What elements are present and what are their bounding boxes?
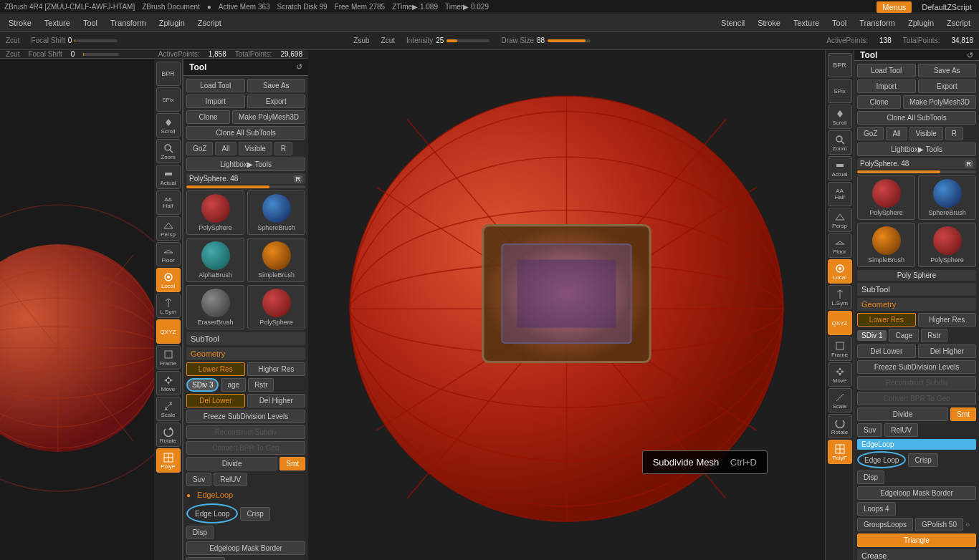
geometry-header[interactable]: Geometry xyxy=(186,347,305,360)
floor-btn[interactable]: Floor xyxy=(156,242,181,266)
disp-btn[interactable]: Disp xyxy=(186,526,214,539)
right-scale-btn[interactable]: Scale xyxy=(828,388,852,412)
right-crisp-btn[interactable]: Crisp xyxy=(908,453,937,467)
right-groups-loops-btn[interactable]: GroupsLoops xyxy=(857,518,913,531)
goz-btn[interactable]: GoZ xyxy=(186,142,213,155)
lsym-btn[interactable]: L.Sym xyxy=(156,294,181,318)
divide-btn[interactable]: Divide xyxy=(186,457,277,470)
edgeloop-mask-btn[interactable]: Edgeloop Mask Border xyxy=(186,541,305,555)
right-triangle-btn[interactable]: Triangle xyxy=(857,534,976,547)
focal-slider[interactable] xyxy=(75,39,118,42)
bpr-btn[interactable]: BPR xyxy=(156,62,181,86)
focal-shift-container[interactable]: Focal Shift 0 xyxy=(31,37,118,44)
menu-transform2[interactable]: Transform xyxy=(854,17,901,29)
local-btn[interactable]: Local xyxy=(156,268,181,292)
right-lightbox-btn[interactable]: Lightbox▶ Tools xyxy=(857,143,976,156)
right-aahalf-btn[interactable]: AA Half xyxy=(828,182,852,206)
menu-stroke2[interactable]: Stroke xyxy=(752,17,786,29)
reconstruct-btn[interactable]: Reconstruct Subdiv xyxy=(186,425,305,439)
tool-refresh-icon[interactable]: ↺ xyxy=(296,62,302,72)
right-bpr-btn[interactable]: BPR xyxy=(828,53,852,77)
clone-all-btn[interactable]: Clone All SubTools xyxy=(186,126,305,140)
sdiv-label[interactable]: SDiv 3 xyxy=(186,378,219,392)
right-lower-res-btn[interactable]: Lower Res xyxy=(857,313,916,327)
menu-stencil[interactable]: Stencil xyxy=(715,17,750,29)
tool-alphabrush[interactable]: AlphaBrush xyxy=(186,238,244,282)
right-r-btn[interactable]: R xyxy=(945,127,963,140)
right-polyf-btn[interactable]: PolyF xyxy=(828,440,852,464)
menu-texture2[interactable]: Texture xyxy=(788,17,825,29)
del-higher-btn[interactable]: Del Higher xyxy=(247,394,306,407)
menu-tool[interactable]: Tool xyxy=(77,17,103,29)
draw-size-container[interactable]: Draw Size 88 xyxy=(501,37,591,44)
right-convert-btn[interactable]: Convert BPR To Geo xyxy=(857,392,976,405)
draw-slider[interactable] xyxy=(548,39,591,42)
right-actual-btn[interactable]: Actual xyxy=(828,156,852,180)
main-canvas[interactable]: Subdivide Mesh Ctrl+D xyxy=(308,50,825,560)
right-spix-btn[interactable]: SPix xyxy=(828,79,852,103)
right-visible-btn[interactable]: Visible xyxy=(909,127,943,140)
right-load-tool-btn[interactable]: Load Tool xyxy=(857,64,916,77)
right-del-higher-btn[interactable]: Del Higher xyxy=(918,344,977,358)
menu-tool2[interactable]: Tool xyxy=(826,17,852,29)
reluv-btn[interactable]: RelUV xyxy=(214,473,247,486)
tool-eraserbrush[interactable]: EraserBrush xyxy=(186,285,244,329)
frame-btn[interactable]: Frame xyxy=(156,345,181,370)
all-btn[interactable]: All xyxy=(215,142,236,155)
default-script[interactable]: DefaultZScript xyxy=(919,3,975,11)
right-higher-res-btn[interactable]: Higher Res xyxy=(918,313,977,327)
freeze-btn[interactable]: Freeze SubDivision Levels xyxy=(186,410,305,423)
subtool-header[interactable]: SubTool xyxy=(186,332,305,345)
right-qxyz-btn[interactable]: QXYZ xyxy=(828,311,852,335)
menu-transform[interactable]: Transform xyxy=(105,17,152,29)
zoom-btn[interactable]: Zoom xyxy=(156,139,181,163)
intensity-container[interactable]: Intensity 25 xyxy=(406,37,490,44)
del-lower-btn[interactable]: Del Lower xyxy=(186,394,245,407)
right-clone-all-btn[interactable]: Clone All SubTools xyxy=(857,111,976,125)
lightbox-btn[interactable]: Lightbox▶ Tools xyxy=(186,158,305,171)
right-export-btn[interactable]: Export xyxy=(918,79,977,93)
lower-res-btn[interactable]: Lower Res xyxy=(186,362,245,376)
right-clone-btn[interactable]: Clone xyxy=(857,95,901,109)
load-tool-btn[interactable]: Load Tool xyxy=(186,79,245,92)
menu-zscript2[interactable]: Zscript xyxy=(941,17,976,29)
right-lsym-btn[interactable]: L.Sym xyxy=(828,285,852,309)
right-reluv-btn[interactable]: RelUV xyxy=(884,423,918,437)
menu-zplugin2[interactable]: Zplugin xyxy=(902,17,940,29)
menus-button[interactable]: Menus xyxy=(877,1,912,13)
right-crease-header[interactable]: Crease xyxy=(857,549,976,560)
right-disp-btn[interactable]: Disp xyxy=(857,470,884,484)
right-suv-btn[interactable]: Suv xyxy=(857,423,882,437)
right-rotate-btn[interactable]: Rotate xyxy=(828,414,852,438)
clone-btn[interactable]: Clone xyxy=(186,110,230,124)
right-make-polymesh-btn[interactable]: Make PolyMesh3D xyxy=(903,95,976,109)
polysphere-slider[interactable] xyxy=(186,185,305,188)
loops-btn[interactable]: Loops 4 xyxy=(186,557,225,560)
edgeloop-header[interactable]: EdgeLoop xyxy=(193,488,305,501)
cage-btn[interactable]: age xyxy=(221,378,246,392)
right-floor-btn[interactable]: Floor xyxy=(828,233,852,258)
scroll-btn[interactable]: Scroll xyxy=(156,113,181,137)
right-zoom-btn[interactable]: Zoom xyxy=(828,130,852,155)
right-edge-loop-btn[interactable]: Edge Loop xyxy=(864,456,899,464)
right-all-btn[interactable]: All xyxy=(886,127,907,140)
right-polysphere-slider[interactable] xyxy=(857,170,976,173)
move-btn[interactable]: Move xyxy=(156,371,181,395)
rotate-btn[interactable]: Rotate xyxy=(156,423,181,447)
right-local-btn[interactable]: Local xyxy=(828,259,852,284)
higher-res-btn[interactable]: Higher Res xyxy=(247,362,306,376)
visible-btn[interactable]: Visible xyxy=(239,142,272,155)
polyf-btn[interactable]: PolyF xyxy=(156,448,181,473)
right-subtool-header[interactable]: SubTool xyxy=(857,283,976,296)
suv-btn[interactable]: Suv xyxy=(186,473,211,486)
tool-spherebrush[interactable]: SphereBrush xyxy=(247,190,305,235)
right-tool-polysphere[interactable]: PolySphere xyxy=(857,175,915,220)
menu-zplugin[interactable]: Zplugin xyxy=(153,17,191,29)
tool-simplebrush[interactable]: SimpleBrush xyxy=(247,238,305,282)
right-del-lower-btn[interactable]: Del Lower xyxy=(857,344,916,358)
save-as-btn[interactable]: Save As xyxy=(247,79,306,92)
right-tool-refresh[interactable]: ↺ xyxy=(967,51,973,60)
left-focal-slider[interactable] xyxy=(83,53,119,56)
right-import-btn[interactable]: Import xyxy=(857,79,916,93)
spix-btn[interactable]: SPix xyxy=(156,87,181,112)
